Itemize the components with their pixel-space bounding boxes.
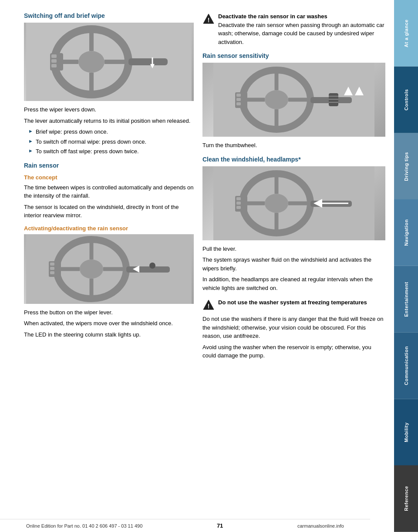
subsection-title-concept: The concept: [24, 174, 194, 181]
section-title-clean: Clean the windshield, headlamps*: [202, 156, 385, 163]
svg-rect-47: [236, 102, 241, 105]
bullet-switch-normal: ► To switch off normal wipe: press down …: [24, 138, 194, 146]
bullet-arrow-1: ►: [28, 128, 33, 134]
sidebar-label-entertainment: Entertainment: [404, 282, 409, 317]
svg-rect-45: [236, 94, 241, 97]
warning-icon-2: !: [202, 299, 215, 311]
text-turn-thumbwheel: Turn the thumbwheel.: [202, 141, 385, 150]
footer-online-text: Online Edition for Part no. 01 40 2 606 …: [26, 523, 142, 529]
svg-point-50: [265, 194, 288, 213]
bullet-text-1: Brief wipe: press down once.: [36, 128, 108, 136]
svg-rect-10: [51, 59, 57, 63]
svg-rect-59: [236, 197, 241, 200]
text-concept-1: The time between wipes is controlled aut…: [24, 183, 194, 200]
warning-car-wash: ! Deactivate the rain sensor in car wash…: [202, 12, 385, 46]
sidebar-item-mobility[interactable]: Mobility: [394, 399, 418, 466]
svg-rect-61: [236, 206, 241, 209]
image-sensitivity: [202, 63, 385, 137]
svg-rect-26: [50, 267, 54, 270]
text-system-sprays: The system sprays washer fluid on the wi…: [202, 256, 385, 273]
sidebar-item-controls[interactable]: Controls: [394, 67, 418, 133]
svg-rect-21: [126, 266, 170, 273]
sidebar-label-at-a-glance: At a glance: [404, 19, 409, 47]
text-concept-2: The sensor is located on the windshield,…: [24, 203, 194, 220]
text-press-wiper: Press the wiper levers down.: [24, 105, 194, 114]
section-title-rain-sensor: Rain sensor: [24, 162, 194, 169]
page-footer: Online Edition for Part no. 01 40 2 606 …: [0, 519, 370, 532]
text-freezing-body1: Do not use the washers if there is any d…: [202, 315, 385, 340]
svg-rect-7: [128, 58, 168, 65]
text-pull-lever: Pull the lever.: [202, 245, 385, 253]
svg-rect-60: [236, 202, 241, 205]
svg-rect-27: [50, 271, 54, 274]
text-headlamps-cleaned: In addition, the headlamps are cleaned a…: [202, 275, 385, 292]
text-wipers-move: When activated, the wipers move over the…: [24, 319, 194, 328]
sidebar-item-driving-tips[interactable]: Driving tips: [394, 133, 418, 200]
sidebar-label-communication: Communication: [404, 346, 409, 385]
warning-text-carwash-title: Deactivate the rain sensor in car washes: [218, 12, 385, 21]
bullet-switch-fast: ► To switch off fast wipe: press down tw…: [24, 147, 194, 156]
svg-text:!: !: [208, 17, 210, 24]
bullet-text-2: To switch off normal wipe: press down on…: [36, 138, 146, 146]
sidebar-item-at-a-glance[interactable]: At a glance: [394, 0, 418, 67]
text-lever-returns: The lever automatically returns to its i…: [24, 117, 194, 125]
footer-brand: carmanualsonline.info: [297, 523, 344, 529]
sidebar-item-reference[interactable]: Reference: [394, 465, 418, 532]
bullet-arrow-2: ►: [28, 138, 33, 144]
section-title-sensitivity: Rain sensor sensitivity: [202, 52, 385, 59]
svg-point-16: [80, 259, 103, 279]
text-press-button: Press the button on the wiper lever.: [24, 308, 194, 317]
sidebar-label-driving-tips: Driving tips: [404, 152, 409, 181]
warning-freezing: ! Do not use the washer system at freezi…: [202, 298, 385, 311]
text-led-lights: The LED in the steering column stalk lig…: [24, 330, 194, 339]
image-switching-wipe: [24, 23, 194, 101]
chapter-sidebar: At a glance Controls Driving tips Naviga…: [394, 0, 418, 532]
page-number: 71: [217, 522, 223, 529]
sidebar-item-communication[interactable]: Communication: [394, 333, 418, 399]
svg-point-32: [265, 90, 288, 109]
svg-rect-11: [51, 64, 57, 67]
subsection-title-activate: Activating/deactivating the rain sensor: [24, 225, 194, 232]
svg-text:!: !: [208, 303, 210, 310]
sidebar-item-navigation[interactable]: Navigation: [394, 199, 418, 266]
sidebar-label-navigation: Navigation: [404, 219, 409, 246]
sidebar-item-entertainment[interactable]: Entertainment: [394, 266, 418, 333]
bullet-arrow-3: ►: [28, 148, 33, 153]
text-freezing-body2: Avoid using the washer when the reservoi…: [202, 343, 385, 360]
sidebar-label-mobility: Mobility: [404, 422, 409, 442]
svg-point-2: [78, 51, 104, 73]
svg-rect-25: [50, 263, 54, 266]
svg-point-23: [149, 263, 155, 269]
bullet-text-3: To switch off fast wipe: press down twic…: [36, 147, 139, 156]
image-activate-sensor: [24, 234, 194, 304]
image-clean-windshield: [202, 166, 385, 240]
svg-rect-9: [51, 54, 57, 58]
sidebar-label-reference: Reference: [404, 486, 409, 512]
warning-text-freezing-title: Do not use the washer system at freezing…: [218, 298, 367, 307]
svg-rect-46: [236, 98, 241, 101]
section-title-switching: Switching off and brief wipe: [24, 12, 194, 19]
warning-text-carwash-body: Deactivate the rain sensor when passing …: [218, 21, 385, 47]
bullet-brief-wipe: ► Brief wipe: press down once.: [24, 128, 194, 136]
warning-icon-1: !: [202, 13, 215, 25]
sidebar-label-controls: Controls: [404, 89, 409, 111]
